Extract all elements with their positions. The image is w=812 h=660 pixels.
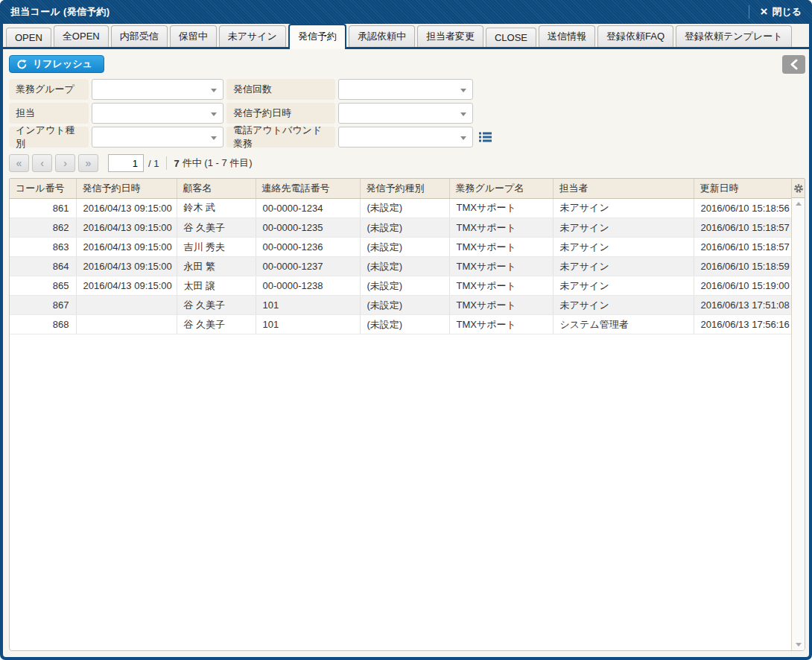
cell-business-group-name: TMXサポート: [449, 257, 553, 276]
tab-close[interactable]: CLOSE: [486, 28, 536, 47]
column-header-call-number[interactable]: コール番号: [10, 179, 76, 198]
table-row[interactable]: 8642016/04/13 09:15:00永田 繁00-0000-1237(未…: [10, 257, 791, 276]
close-label: 閉じる: [772, 5, 802, 19]
column-header-updated-at[interactable]: 更新日時: [694, 179, 791, 198]
column-settings-button[interactable]: [792, 179, 805, 198]
column-header-reservation-type[interactable]: 発信予約種別: [360, 179, 449, 198]
first-page-button[interactable]: «: [9, 154, 29, 172]
dropdown-caret-icon: [460, 136, 466, 140]
table-row[interactable]: 8632016/04/13 09:15:00吉川 秀夫00-0000-1236(…: [10, 238, 791, 257]
window-body: OPEN全OPEN内部受信保留中未アサイン発信予約承認依頼中担当者変更CLOSE…: [3, 24, 809, 657]
cell-business-group-name: TMXサポート: [449, 218, 553, 238]
cell-reservation-datetime: [76, 296, 177, 315]
cell-assignee: 未アサイン: [553, 238, 694, 257]
record-count-number: 7: [174, 158, 179, 169]
refresh-button[interactable]: リフレッシュ: [9, 55, 104, 73]
cell-assignee: 未アサイン: [553, 218, 694, 238]
next-page-button[interactable]: ›: [55, 154, 75, 172]
tab-send-info[interactable]: 送信情報: [539, 25, 595, 47]
column-header-assignee[interactable]: 担当者: [553, 179, 694, 198]
table-header-row: コール番号 発信予約日時 顧客名 連絡先電話番号 発信予約種別 業務グループ名 …: [10, 179, 791, 198]
cell-phone-number: 00-0000-1238: [256, 276, 360, 296]
cell-reservation-datetime: 2016/04/13 09:15:00: [76, 257, 177, 276]
filter-label-reservation-datetime: 発信予約日時: [226, 103, 335, 124]
collapse-panel-button[interactable]: [782, 55, 805, 74]
scroll-up-icon[interactable]: [796, 202, 802, 206]
cell-assignee: 未アサイン: [553, 276, 694, 296]
cell-updated-at: 2016/06/13 17:51:08: [694, 296, 791, 315]
titlebar-divider: [749, 5, 749, 19]
table-row[interactable]: 8612016/04/13 09:15:00鈴木 武00-0000-1234(未…: [10, 199, 791, 218]
tab-on-hold[interactable]: 保留中: [170, 25, 217, 47]
table-row[interactable]: 868谷 久美子101(未設定)TMXサポートシステム管理者2016/06/13…: [10, 315, 791, 334]
column-header-phone-number[interactable]: 連絡先電話番号: [256, 179, 360, 198]
table-row[interactable]: 8622016/04/13 09:15:00谷 久美子00-0000-1235(…: [10, 218, 791, 238]
tab-internal-receive[interactable]: 内部受信: [111, 25, 168, 47]
tab-all-open[interactable]: 全OPEN: [54, 25, 109, 47]
cell-customer-name: 谷 久美子: [177, 296, 256, 315]
table-row[interactable]: 867谷 久美子101(未設定)TMXサポート未アサイン2016/06/13 1…: [10, 296, 791, 315]
tab-open[interactable]: OPEN: [6, 28, 51, 47]
column-header-business-group-name[interactable]: 業務グループ名: [449, 179, 553, 198]
cell-phone-number: 00-0000-1237: [256, 257, 360, 276]
cell-customer-name: 吉川 秀夫: [177, 238, 256, 257]
cell-updated-at: 2016/06/10 15:19:00: [694, 276, 791, 296]
title-bar: 担当コール (発信予約) × 閉じる: [0, 0, 812, 24]
chevron-left-icon: [789, 59, 799, 70]
cell-assignee: 未アサイン: [553, 199, 694, 218]
tab-outgoing-reservation[interactable]: 発信予約: [288, 24, 346, 49]
filter-select-reservation-datetime[interactable]: [338, 103, 473, 124]
content-area: リフレッシュ 業務グループ 発信回数 担当 発信予約日時: [3, 49, 809, 657]
refresh-icon: [16, 59, 28, 70]
cell-customer-name: 太田 譲: [177, 276, 256, 296]
cell-phone-number: 101: [256, 315, 360, 334]
filter-select-assignee[interactable]: [92, 103, 223, 124]
tab-assignee-change[interactable]: 担当者変更: [417, 25, 483, 47]
page-title: 担当コール (発信予約): [10, 5, 110, 19]
cell-phone-number: 00-0000-1236: [256, 238, 360, 257]
close-button[interactable]: × 閉じる: [760, 5, 802, 19]
cell-reservation-datetime: 2016/04/13 09:15:00: [76, 199, 177, 218]
cell-updated-at: 2016/06/13 17:56:16: [694, 315, 791, 334]
dropdown-caret-icon: [211, 89, 217, 92]
cell-business-group-name: TMXサポート: [449, 238, 553, 257]
cell-updated-at: 2016/06/10 15:18:59: [694, 257, 791, 276]
cell-business-group-name: TMXサポート: [449, 276, 553, 296]
list-icon: [479, 132, 492, 142]
tab-bar: OPEN全OPEN内部受信保留中未アサイン発信予約承認依頼中担当者変更CLOSE…: [3, 24, 809, 49]
filter-label-business-group: 業務グループ: [9, 79, 89, 100]
dialog-window: 担当コール (発信予約) × 閉じる OPEN全OPEN内部受信保留中未アサイン…: [0, 0, 812, 660]
cell-updated-at: 2016/06/10 15:18:57: [694, 238, 791, 257]
table-header: コール番号 発信予約日時 顧客名 連絡先電話番号 発信予約種別 業務グループ名 …: [10, 179, 791, 199]
last-page-button[interactable]: »: [78, 154, 98, 172]
filter-select-outbound-work[interactable]: [338, 127, 473, 147]
tab-registration-request-template[interactable]: 登録依頼テンプレート: [676, 25, 792, 47]
page-number-input[interactable]: [108, 154, 144, 172]
scroll-down-icon[interactable]: [796, 643, 802, 647]
vertical-scrollbar[interactable]: [792, 198, 805, 650]
filter-label-inout-type: インアウト種別: [9, 127, 89, 147]
cell-call-number: 865: [10, 276, 76, 296]
cell-business-group-name: TMXサポート: [449, 199, 553, 218]
cell-assignee: システム管理者: [553, 315, 694, 334]
cell-reservation-type: (未設定): [360, 238, 449, 257]
filter-label-assignee: 担当: [9, 103, 89, 124]
cell-business-group-name: TMXサポート: [449, 315, 553, 334]
filter-select-business-group[interactable]: [92, 79, 223, 100]
column-header-customer-name[interactable]: 顧客名: [177, 179, 256, 198]
tab-unassigned[interactable]: 未アサイン: [219, 25, 286, 47]
table-row[interactable]: 8652016/04/13 09:15:00太田 譲00-0000-1238(未…: [10, 276, 791, 296]
dropdown-caret-icon: [460, 112, 466, 116]
filter-select-inout-type[interactable]: [92, 127, 223, 147]
outbound-work-list-button[interactable]: [476, 127, 494, 147]
filter-select-call-count[interactable]: [338, 79, 473, 100]
column-header-reservation-datetime[interactable]: 発信予約日時: [76, 179, 177, 198]
cell-phone-number: 00-0000-1234: [256, 199, 360, 218]
tab-approval-pending[interactable]: 承認依頼中: [349, 25, 415, 47]
cell-customer-name: 谷 久美子: [177, 315, 256, 334]
cell-reservation-type: (未設定): [360, 218, 449, 238]
cell-customer-name: 永田 繁: [177, 257, 256, 276]
prev-page-button[interactable]: ‹: [32, 154, 52, 172]
dropdown-caret-icon: [460, 89, 466, 92]
tab-registration-request-faq[interactable]: 登録依頼FAQ: [597, 25, 673, 47]
